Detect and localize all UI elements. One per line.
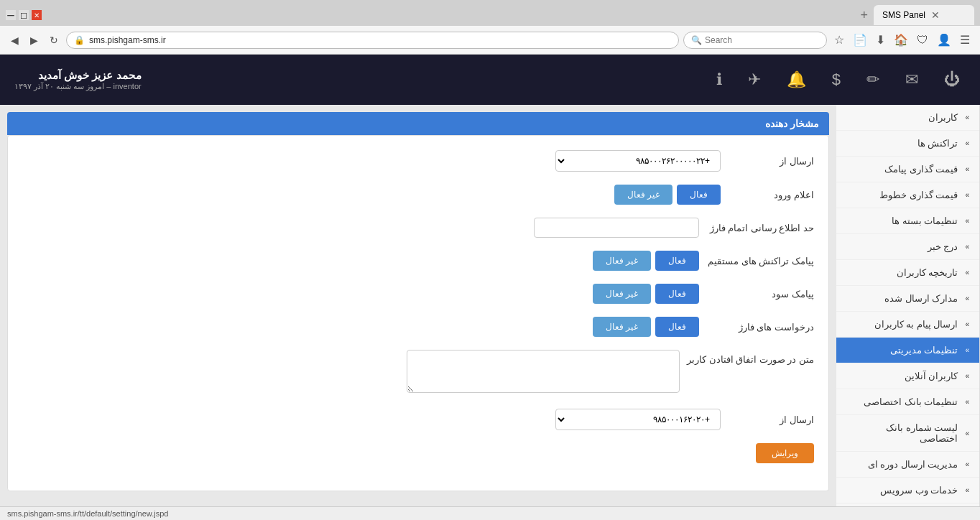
sidebar-item-news[interactable]: » درج خبر bbox=[836, 234, 979, 260]
sidebar-item-sms-price[interactable]: » قیمت گذاری پیامک bbox=[836, 157, 979, 182]
threshold-label: حد اطلاع رسانی اتمام فارژ bbox=[706, 223, 814, 233]
send-from2-select[interactable]: +۹۸۵۰۰۰۱۶۲۰۲۰ bbox=[555, 409, 721, 430]
status-bar: sms.pishgam-sms.ir/tt/default/setting/ne… bbox=[0, 506, 980, 520]
menu-button[interactable]: ☰ bbox=[957, 32, 973, 48]
sidebar-item-user-history[interactable]: » تاریخچه کاربران bbox=[836, 260, 979, 286]
page-header: مشخار دهنده bbox=[7, 112, 829, 135]
text-area-input[interactable] bbox=[407, 350, 680, 393]
profit-sms-label: پیامک سود bbox=[706, 289, 814, 300]
threshold-row: حد اطلاع رسانی اتمام فارژ bbox=[22, 218, 814, 238]
status-url: sms.pishgam-sms.ir/tt/default/setting/ne… bbox=[7, 509, 168, 518]
sidebar-item-line-price[interactable]: » قیمت گذاری خطوط bbox=[836, 182, 979, 208]
user-info: محمد عزیز خوش آمدید inventor – امروز سه … bbox=[14, 69, 142, 91]
login-notify-inactive-button[interactable]: غیر فعال bbox=[614, 185, 672, 205]
user-name: محمد عزیز خوش آمدید bbox=[14, 69, 142, 82]
sidebar: » کاربران » تراکنش ها » قیمت گذاری پیامک… bbox=[836, 105, 980, 506]
sidebar-label: قیمت گذاری پیامک bbox=[884, 164, 958, 175]
sidebar-label: تنظیمات بسته ها bbox=[892, 215, 958, 226]
arrow-icon: » bbox=[965, 430, 969, 437]
reload-button[interactable]: ↻ bbox=[46, 33, 62, 47]
profit-sms-active-button[interactable]: فعال bbox=[655, 284, 699, 304]
charge-req-row: درخواست های فارژ فعال غیر فعال bbox=[22, 317, 814, 337]
charge-req-inactive-button[interactable]: غیر فعال bbox=[593, 317, 651, 337]
back-button[interactable]: ◀ bbox=[7, 33, 22, 47]
profit-sms-row: پیامک سود فعال غیر فعال bbox=[22, 284, 814, 304]
reader-view-button[interactable]: 📄 bbox=[850, 32, 870, 48]
shield-button[interactable]: 🛡 bbox=[914, 32, 931, 48]
login-notify-active-button[interactable]: فعال bbox=[677, 185, 721, 205]
sidebar-item-send-message[interactable]: » ارسال پیام به کاربران bbox=[836, 312, 979, 338]
sidebar-item-periodic-send[interactable]: » مدیریت ارسال دوره ای bbox=[836, 452, 979, 478]
tab-close-button[interactable]: ✕ bbox=[931, 9, 940, 21]
sidebar-label: ارسال پیام به کاربران bbox=[874, 319, 958, 330]
login-notify-label: اعلام ورود bbox=[728, 190, 814, 200]
power-button[interactable]: ⏻ bbox=[938, 65, 966, 95]
edit-button[interactable]: ✏ bbox=[861, 65, 885, 95]
sidebar-label: تراکنش ها bbox=[917, 138, 958, 149]
sidebar-item-users[interactable]: » کاربران bbox=[836, 105, 979, 131]
login-notify-row: اعلام ورود فعال غیر فعال bbox=[22, 185, 814, 205]
arrow-icon: » bbox=[965, 113, 969, 121]
new-tab-button[interactable]: + bbox=[854, 5, 874, 26]
url-bar[interactable]: 🔒 sms.pishgam-sms.ir bbox=[66, 32, 679, 49]
charge-req-active-button[interactable]: فعال bbox=[655, 317, 699, 337]
send-from-select[interactable]: +۹۸۵۰۰۰۲۶۲۰۰۰۰۰۲۲ bbox=[555, 150, 721, 172]
sidebar-item-online-users[interactable]: » کاربران آنلاین bbox=[836, 363, 979, 389]
arrow-icon: » bbox=[965, 372, 969, 380]
direct-sms-active-button[interactable]: فعال bbox=[655, 251, 699, 271]
sidebar-label: لیست شماره بانک اختصاصی bbox=[846, 422, 958, 444]
sidebar-label: درج خبر bbox=[928, 241, 958, 252]
sidebar-label: کاربران آنلاین bbox=[905, 371, 958, 381]
send-from-select-wrapper: +۹۸۵۰۰۰۲۶۲۰۰۰۰۰۲۲ bbox=[555, 150, 721, 172]
sidebar-item-packages[interactable]: » تنظیمات بسته ها bbox=[836, 208, 979, 234]
lock-icon: 🔒 bbox=[74, 35, 85, 45]
nav-icon-group: ⏻ ✉ ✏ $ 🔔 ✈ ℹ bbox=[711, 65, 966, 95]
arrow-icon: » bbox=[965, 486, 969, 494]
send-from2-select-wrapper: +۹۸۵۰۰۰۱۶۲۰۲۰ bbox=[555, 409, 721, 430]
sidebar-label: خدمات وب سرویس bbox=[880, 485, 958, 496]
bell-button[interactable]: 🔔 bbox=[781, 65, 812, 95]
send-from-row: ارسال از +۹۸۵۰۰۰۲۶۲۰۰۰۰۰۲۲ bbox=[22, 150, 814, 172]
profit-sms-inactive-button[interactable]: غیر فعال bbox=[593, 284, 651, 304]
email-button[interactable]: ✉ bbox=[900, 65, 924, 95]
settings-form: ارسال از +۹۸۵۰۰۰۲۶۲۰۰۰۰۰۲۲ اعلام ورود فع… bbox=[7, 135, 829, 491]
arrow-icon: » bbox=[965, 346, 969, 354]
arrow-icon: » bbox=[965, 243, 969, 251]
browser-tab[interactable]: SMS Panel ✕ bbox=[874, 5, 974, 25]
info-button[interactable]: ℹ bbox=[711, 65, 728, 95]
window-minimize-button[interactable]: ─ bbox=[6, 10, 16, 20]
bookmark-star-button[interactable]: ☆ bbox=[831, 32, 847, 48]
direct-sms-label: پیامک تراکنش های مستقیم bbox=[706, 256, 814, 266]
sidebar-label: مدیریت ارسال دوره ای bbox=[868, 459, 958, 470]
account-button[interactable]: 👤 bbox=[934, 32, 954, 48]
search-icon: 🔍 bbox=[691, 35, 702, 45]
arrow-icon: » bbox=[965, 398, 969, 406]
charge-req-label: درخواست های فارژ bbox=[706, 322, 814, 333]
sidebar-label: قیمت گذاری خطوط bbox=[879, 190, 958, 200]
charge-req-buttons: فعال غیر فعال bbox=[593, 317, 699, 337]
forward-button[interactable]: ▶ bbox=[27, 33, 42, 47]
edit-button[interactable]: ویرایش bbox=[756, 443, 814, 463]
sidebar-item-transactions[interactable]: » تراکنش ها bbox=[836, 131, 979, 157]
search-input[interactable] bbox=[705, 35, 798, 45]
sidebar-label: تنظیمات مدیریتی bbox=[890, 345, 958, 356]
window-close-button[interactable]: ✕ bbox=[32, 10, 42, 20]
sidebar-item-bank-list[interactable]: » لیست شماره بانک اختصاصی bbox=[836, 415, 979, 452]
arrow-icon: » bbox=[965, 165, 969, 173]
download-button[interactable]: ⬇ bbox=[873, 32, 888, 48]
sidebar-label: کاربران bbox=[928, 112, 958, 123]
sidebar-item-webservice[interactable]: » خدمات وب سرویس bbox=[836, 478, 979, 503]
threshold-input[interactable] bbox=[534, 218, 699, 238]
home-button[interactable]: 🏠 bbox=[891, 32, 911, 48]
send-button[interactable]: ✈ bbox=[742, 65, 767, 95]
direct-sms-inactive-button[interactable]: غیر فعال bbox=[593, 251, 651, 271]
sidebar-item-admin-settings[interactable]: » تنظیمات مدیریتی bbox=[836, 338, 979, 363]
window-maximize-button[interactable]: □ bbox=[19, 10, 29, 20]
sidebar-item-bank-settings[interactable]: » تنظیمات بانک اختصاصی bbox=[836, 389, 979, 415]
sidebar-item-sent-docs[interactable]: » مدارک ارسال شده bbox=[836, 286, 979, 312]
money-button[interactable]: $ bbox=[826, 65, 846, 95]
profit-sms-buttons: فعال غیر فعال bbox=[593, 284, 699, 304]
search-bar[interactable]: 🔍 bbox=[683, 32, 827, 49]
textarea-label: متن در صورت اتفاق افتادن کاربر bbox=[687, 350, 814, 365]
arrow-icon: » bbox=[965, 191, 969, 199]
